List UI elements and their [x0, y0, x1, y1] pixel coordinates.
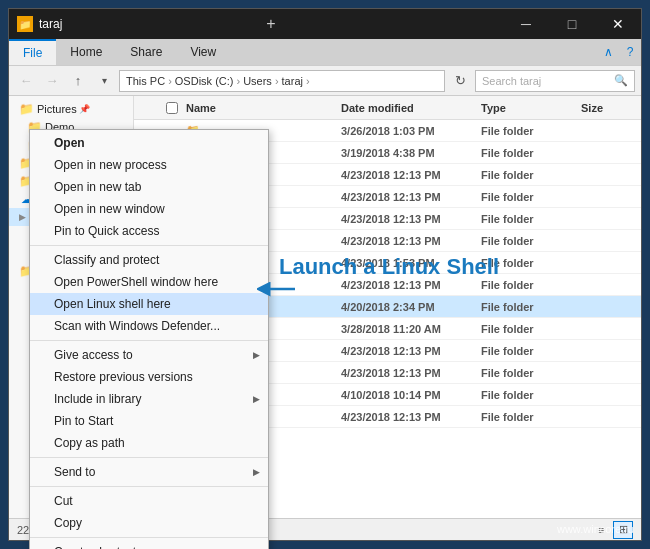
close-button[interactable]: ✕	[595, 9, 641, 39]
minimize-button[interactable]: ─	[503, 9, 549, 39]
window-icon: 📁	[17, 16, 33, 32]
ctx-give-access[interactable]: Give access to	[30, 344, 268, 366]
window-title: taraj	[39, 17, 248, 31]
ctx-open-linux-shell[interactable]: Open Linux shell here	[30, 293, 268, 315]
maximize-button[interactable]: □	[549, 9, 595, 39]
ctx-separator-2	[30, 340, 268, 341]
tab-home[interactable]: Home	[56, 39, 116, 65]
ctx-cut[interactable]: Cut	[30, 490, 268, 512]
up-button[interactable]: ↑	[67, 70, 89, 92]
ctx-send-to[interactable]: Send to	[30, 461, 268, 483]
breadcrumb-osdisk[interactable]: OSDisk (C:)	[175, 75, 234, 87]
ctx-create-shortcut[interactable]: Create shortcut	[30, 541, 268, 549]
ctx-open-powershell[interactable]: Open PowerShell window here	[30, 271, 268, 293]
tab-view[interactable]: View	[176, 39, 230, 65]
new-tab-button[interactable]: +	[248, 9, 294, 39]
ctx-copy-path[interactable]: Copy as path	[30, 432, 268, 454]
ctx-open-new-tab[interactable]: Open in new tab	[30, 176, 268, 198]
ribbon-collapse-button[interactable]: ∧	[597, 39, 619, 65]
ctx-open-new-process[interactable]: Open in new process	[30, 154, 268, 176]
forward-button[interactable]: →	[41, 70, 63, 92]
search-icon: 🔍	[614, 74, 628, 87]
ctx-separator-3	[30, 457, 268, 458]
col-type-header[interactable]: Type	[481, 102, 581, 114]
refresh-button[interactable]: ↻	[449, 70, 471, 92]
help-button[interactable]: ?	[619, 39, 641, 65]
ctx-include-library[interactable]: Include in library	[30, 388, 268, 410]
context-menu: Open Open in new process Open in new tab…	[29, 129, 269, 549]
search-placeholder: Search taraj	[482, 75, 541, 87]
breadcrumb-users[interactable]: Users	[243, 75, 272, 87]
folder-icon: 📁	[19, 102, 33, 116]
list-view-button[interactable]: ≡	[591, 521, 611, 539]
tab-share[interactable]: Share	[116, 39, 176, 65]
ribbon-tab-bar: File Home Share View ∧ ?	[9, 39, 641, 65]
col-date-header[interactable]: Date modified	[341, 102, 481, 114]
file-list-header: Name Date modified Type Size	[134, 96, 641, 120]
search-bar[interactable]: Search taraj 🔍	[475, 70, 635, 92]
title-bar: 📁 taraj + ─ □ ✕	[9, 9, 641, 39]
ctx-open-new-window[interactable]: Open in new window	[30, 198, 268, 220]
ctx-open[interactable]: Open	[30, 132, 268, 154]
breadcrumb-taraj[interactable]: taraj	[282, 75, 303, 87]
ctx-pin-quick-access[interactable]: Pin to Quick access	[30, 220, 268, 242]
tab-file[interactable]: File	[9, 39, 56, 65]
breadcrumb-thispc[interactable]: This PC	[126, 75, 165, 87]
view-controls: ≡ ⊞	[591, 521, 633, 539]
recent-locations-button[interactable]: ▾	[93, 70, 115, 92]
ctx-classify-protect[interactable]: Classify and protect	[30, 249, 268, 271]
explorer-window: 📁 taraj + ─ □ ✕ File Home Share View ∧ ?…	[8, 8, 642, 541]
col-size-header[interactable]: Size	[581, 102, 641, 114]
ctx-copy[interactable]: Copy	[30, 512, 268, 534]
ctx-separator-1	[30, 245, 268, 246]
address-bar: ← → ↑ ▾ This PC › OSDisk (C:) › Users › …	[9, 66, 641, 96]
ribbon: File Home Share View ∧ ?	[9, 39, 641, 66]
ctx-separator-4	[30, 486, 268, 487]
select-all-checkbox[interactable]	[166, 102, 178, 114]
sidebar-item-pictures[interactable]: 📁 Pictures 📌	[9, 100, 133, 118]
ctx-scan-defender[interactable]: Scan with Windows Defender...	[30, 315, 268, 337]
ctx-pin-start[interactable]: Pin to Start	[30, 410, 268, 432]
ctx-separator-5	[30, 537, 268, 538]
ctx-restore-versions[interactable]: Restore previous versions	[30, 366, 268, 388]
col-name-header[interactable]: Name	[182, 102, 341, 114]
back-button[interactable]: ←	[15, 70, 37, 92]
details-view-button[interactable]: ⊞	[613, 521, 633, 539]
breadcrumb[interactable]: This PC › OSDisk (C:) › Users › taraj ›	[119, 70, 445, 92]
